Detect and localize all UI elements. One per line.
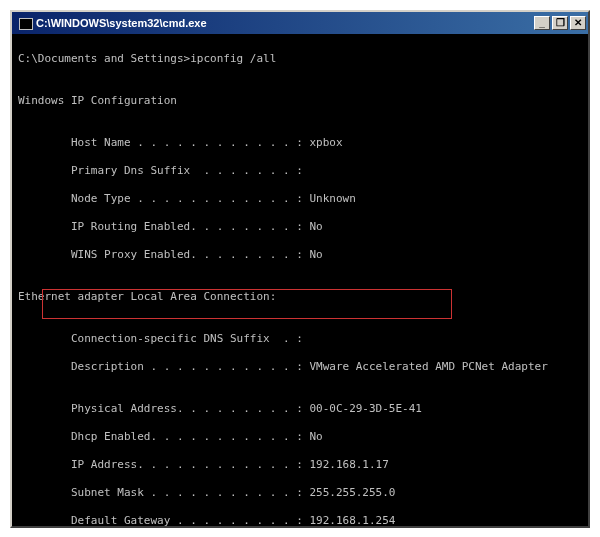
wins-proxy-line: WINS Proxy Enabled. . . . . . . . : No: [18, 248, 582, 262]
host-name-line: Host Name . . . . . . . . . . . . : xpbo…: [18, 136, 582, 150]
window-controls: _ ❐ ✕: [534, 16, 586, 30]
default-gateway-line: Default Gateway . . . . . . . . . : 192.…: [18, 514, 582, 526]
minimize-button[interactable]: _: [534, 16, 550, 30]
physical-address-line: Physical Address. . . . . . . . . : 00-0…: [18, 402, 582, 416]
cmd-icon: [18, 16, 32, 30]
maximize-button[interactable]: ❐: [552, 16, 568, 30]
conn-suffix-line: Connection-specific DNS Suffix . :: [18, 332, 582, 346]
subnet-mask-line: Subnet Mask . . . . . . . . . . . : 255.…: [18, 486, 582, 500]
ip-routing-line: IP Routing Enabled. . . . . . . . : No: [18, 220, 582, 234]
close-button[interactable]: ✕: [570, 16, 586, 30]
primary-dns-line: Primary Dns Suffix . . . . . . . :: [18, 164, 582, 178]
description-line: Description . . . . . . . . . . . : VMwa…: [18, 360, 582, 374]
ip-address-line: IP Address. . . . . . . . . . . . : 192.…: [18, 458, 582, 472]
node-type-line: Node Type . . . . . . . . . . . . : Unkn…: [18, 192, 582, 206]
cmd-window: C:\WINDOWS\system32\cmd.exe _ ❐ ✕ C:\Doc…: [10, 10, 590, 528]
terminal-output[interactable]: C:\Documents and Settings>ipconfig /all …: [12, 34, 588, 526]
titlebar[interactable]: C:\WINDOWS\system32\cmd.exe _ ❐ ✕: [12, 12, 588, 34]
dhcp-line: Dhcp Enabled. . . . . . . . . . . : No: [18, 430, 582, 444]
window-title: C:\WINDOWS\system32\cmd.exe: [36, 17, 534, 29]
adapter-header: Ethernet adapter Local Area Connection:: [18, 290, 582, 304]
prompt-line: C:\Documents and Settings>ipconfig /all: [18, 52, 582, 66]
ipconfig-header: Windows IP Configuration: [18, 94, 582, 108]
